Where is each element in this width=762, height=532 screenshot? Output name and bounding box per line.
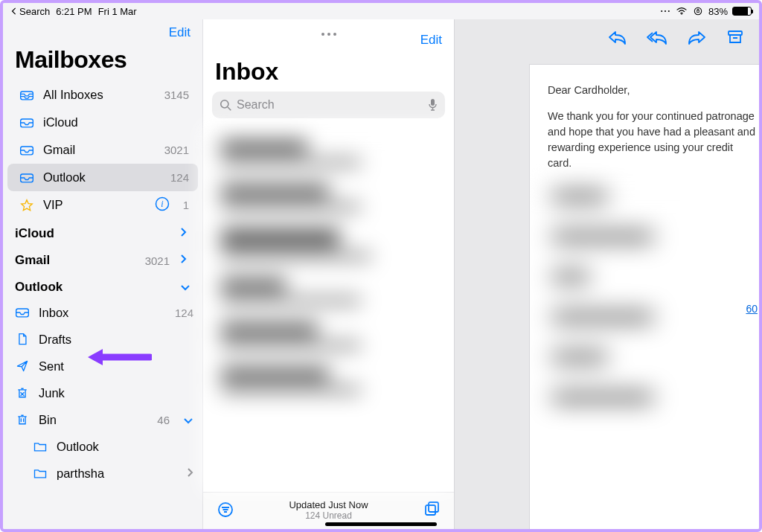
list-title: Inbox	[203, 36, 454, 92]
folder-junk[interactable]: Junk	[3, 379, 202, 406]
star-icon	[19, 199, 34, 212]
folder-label: Junk	[39, 386, 193, 400]
list-grabber[interactable]	[203, 19, 454, 36]
message-link[interactable]: 60	[746, 303, 758, 315]
svg-point-0	[661, 10, 662, 12]
back-to-search[interactable]: Search	[10, 6, 50, 17]
trash-icon	[15, 413, 30, 426]
folder-label: Drafts	[39, 333, 193, 347]
mailbox-label: All Inboxes	[43, 88, 156, 102]
folder-count: 124	[175, 307, 193, 319]
folder-label: Sent	[39, 359, 193, 374]
paperplane-icon	[15, 359, 30, 373]
mailbox-count: 3021	[164, 144, 189, 156]
back-label: Search	[19, 6, 50, 17]
message-greeting: Dear Cardholder,	[548, 83, 759, 98]
forward-button[interactable]	[688, 29, 707, 48]
archive-button[interactable]	[726, 29, 744, 48]
mailbox-label: Gmail	[43, 143, 156, 157]
reply-button[interactable]	[607, 29, 627, 48]
mailbox-outlook[interactable]: Outlook 124	[7, 164, 198, 191]
tray-icon	[19, 171, 34, 185]
svg-rect-5	[697, 10, 699, 13]
chevron-left-icon	[10, 7, 18, 15]
search-bar[interactable]	[212, 92, 445, 118]
message-body-text: We thank you for your continued patronag…	[548, 109, 759, 171]
mailbox-label: VIP	[43, 198, 146, 212]
mailbox-vip[interactable]: VIP i 1	[7, 191, 198, 219]
chevron-right-icon	[180, 226, 189, 241]
folder-sent[interactable]: Sent	[3, 353, 202, 379]
section-gmail[interactable]: Gmail 3021	[3, 246, 202, 272]
battery-icon	[732, 7, 752, 16]
sidebar: Edit Mailboxes All Inboxes 3145 iCloud G…	[3, 19, 202, 529]
mailbox-icloud[interactable]: iCloud	[7, 109, 198, 136]
dictation-icon[interactable]	[428, 98, 438, 112]
subfolder-parthsha[interactable]: parthsha	[3, 460, 202, 487]
mailbox-label: Outlook	[43, 170, 161, 185]
mailbox-all-inboxes[interactable]: All Inboxes 3145	[7, 81, 198, 109]
svg-point-2	[668, 10, 670, 12]
chevron-right-icon	[187, 467, 193, 481]
section-label: iCloud	[15, 226, 54, 241]
filter-icon[interactable]	[217, 501, 234, 522]
mailbox-gmail[interactable]: Gmail 3021	[7, 136, 198, 164]
search-input[interactable]	[237, 98, 423, 112]
reply-all-button[interactable]	[646, 29, 668, 48]
message-list-blurred	[203, 126, 454, 492]
folder-icon	[33, 467, 48, 480]
list-edit-button[interactable]: Edit	[420, 33, 442, 47]
document-icon	[15, 333, 30, 346]
section-label: Outlook	[15, 280, 63, 295]
folder-label: parthsha	[57, 467, 178, 481]
tray-all-icon	[19, 89, 34, 102]
mailbox-count: 124	[170, 171, 189, 184]
svg-point-1	[665, 10, 666, 12]
svg-text:i: i	[161, 199, 163, 209]
folder-inbox[interactable]: Inbox 124	[3, 299, 202, 326]
tray-icon	[19, 144, 34, 157]
folder-count: 46	[157, 414, 170, 426]
svg-rect-14	[431, 99, 435, 106]
tray-icon	[15, 306, 30, 319]
compose-icon[interactable]	[423, 501, 441, 522]
chevron-down-icon[interactable]	[183, 413, 193, 427]
tray-icon	[19, 116, 34, 129]
mailbox-count: 3145	[164, 89, 189, 101]
folder-label: Inbox	[39, 306, 166, 320]
wifi-icon	[676, 7, 688, 16]
svg-rect-16	[426, 505, 435, 515]
sidebar-title: Mailboxes	[3, 43, 202, 81]
folder-drafts[interactable]: Drafts	[3, 326, 202, 353]
junk-icon	[15, 386, 30, 400]
message-pane: Dear Cardholder, We thank you for your c…	[454, 19, 759, 529]
mailbox-label: iCloud	[43, 115, 180, 129]
status-date: Fri 1 Mar	[98, 6, 137, 17]
mailbox-count: 1	[183, 199, 189, 211]
three-dots-icon	[659, 7, 671, 16]
chevron-down-icon	[180, 280, 189, 295]
chevron-right-icon	[180, 253, 189, 268]
folder-label: Outlook	[57, 440, 193, 454]
footer-unread: 124 Unread	[305, 511, 352, 522]
folder-label: Bin	[39, 413, 148, 427]
subfolder-outlook[interactable]: Outlook	[3, 433, 202, 460]
section-outlook[interactable]: Outlook	[3, 272, 202, 299]
status-bar: Search 6:21 PM Fri 1 Mar 83%	[3, 3, 759, 19]
message-list-column: Edit Inbox Updated Just Now 124 Unread	[202, 19, 454, 529]
home-indicator[interactable]	[325, 522, 437, 526]
svg-rect-18	[729, 31, 742, 35]
section-icloud[interactable]: iCloud	[3, 219, 202, 246]
message-blurred	[530, 184, 759, 529]
section-label: Gmail	[15, 253, 50, 268]
folder-bin[interactable]: Bin 46	[3, 406, 202, 433]
message-toolbar	[455, 24, 759, 54]
info-icon[interactable]: i	[155, 196, 170, 214]
search-icon	[220, 99, 232, 112]
drag-dots-icon	[321, 33, 336, 36]
message-content[interactable]: Dear Cardholder, We thank you for your c…	[529, 64, 759, 529]
sidebar-edit-button[interactable]: Edit	[169, 25, 190, 39]
rotation-lock-icon	[692, 7, 704, 16]
section-count: 3021	[145, 254, 170, 267]
folder-icon	[33, 440, 48, 453]
